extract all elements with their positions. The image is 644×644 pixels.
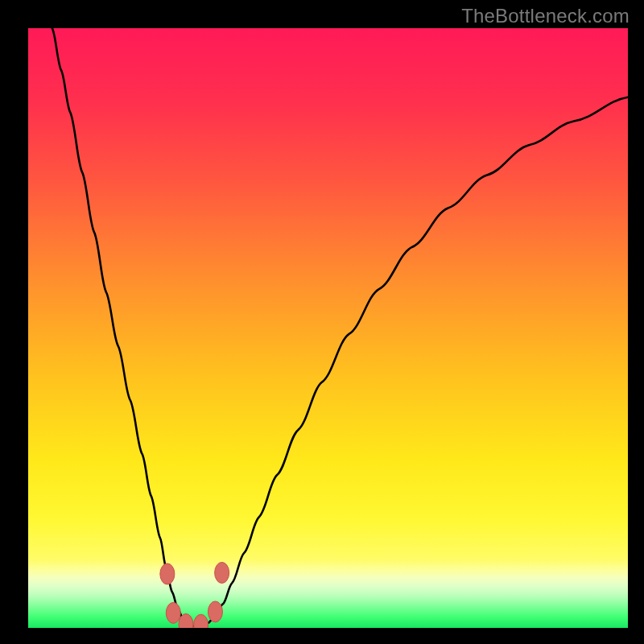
curve-marker [166,602,180,623]
curve-marker [208,601,222,622]
watermark-text: TheBottleneck.com [461,5,630,27]
bottleneck-curve [52,28,628,627]
curve-marker [215,562,229,583]
curve-marker [160,564,175,584]
chart-container: TheBottleneck.com [0,0,644,644]
curve-markers [160,562,229,628]
curve-layer [28,28,628,628]
plot-area [28,28,628,628]
curve-marker [194,614,208,628]
